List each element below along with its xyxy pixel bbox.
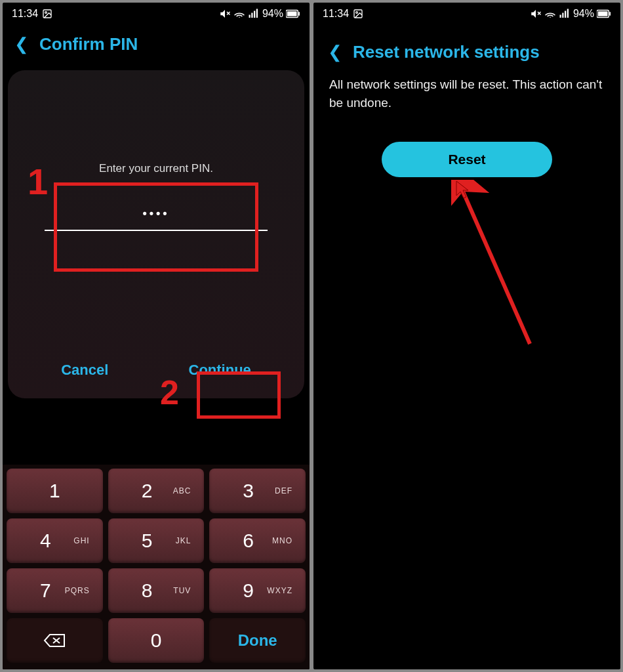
keypad-2[interactable]: 2ABC: [108, 469, 205, 513]
header: ❮ Reset network settings: [313, 22, 620, 75]
svg-rect-34: [609, 12, 611, 16]
keypad-5[interactable]: 5JKL: [108, 518, 205, 563]
keypad-0[interactable]: 0: [108, 618, 205, 663]
battery-icon: [286, 9, 300, 18]
wifi-icon: [544, 8, 556, 20]
svg-rect-28: [559, 15, 561, 18]
picture-icon: [42, 9, 52, 19]
pin-panel: Enter your current PIN. •••• Cancel Cont…: [8, 70, 304, 398]
back-icon[interactable]: ❮: [328, 42, 342, 62]
wifi-icon: [233, 8, 245, 20]
status-time: 11:34: [323, 8, 349, 20]
signal-icon: [559, 8, 571, 20]
pin-value: ••••: [45, 207, 268, 220]
mute-icon: [530, 8, 542, 20]
picture-icon: [353, 9, 363, 19]
keypad-9[interactable]: 9WXYZ: [209, 568, 306, 613]
reset-description: All network settings will be reset. This…: [313, 75, 620, 112]
svg-rect-10: [298, 12, 300, 16]
cursor-icon: [455, 180, 471, 200]
svg-point-25: [356, 12, 358, 14]
annotation-2: 2: [160, 373, 179, 412]
keypad-1[interactable]: 1: [7, 469, 103, 513]
keypad-7[interactable]: 7PQRS: [7, 568, 103, 613]
keypad-3[interactable]: 3DEF: [209, 469, 306, 513]
svg-rect-7: [256, 9, 258, 18]
svg-point-1: [45, 12, 47, 14]
continue-button[interactable]: Continue: [176, 358, 264, 383]
status-bar: 11:34 94%: [3, 3, 310, 22]
pin-underline[interactable]: [45, 230, 268, 231]
svg-line-35: [463, 192, 530, 344]
keypad-4[interactable]: 4GHI: [7, 518, 103, 563]
cancel-button[interactable]: Cancel: [48, 358, 121, 383]
keypad-6[interactable]: 6MNO: [209, 518, 306, 563]
backspace-key[interactable]: [7, 618, 103, 663]
svg-rect-6: [254, 11, 255, 18]
keypad-wrap: 12ABC3DEF4GHI5JKL6MNO7PQRS8TUV9WXYZ0Done: [3, 644, 310, 669]
mute-icon: [219, 8, 231, 20]
svg-rect-31: [567, 9, 569, 18]
screen-reset-network: 11:34 94% ❮ Reset network settings All n…: [313, 3, 620, 669]
header: ❮ Confirm PIN: [3, 22, 310, 70]
screen-confirm-pin: 11:34 94% ❮ Confirm PIN Enter your curre…: [3, 3, 310, 669]
annotation-1: 1: [28, 160, 48, 203]
reset-button[interactable]: Reset: [382, 142, 552, 177]
svg-rect-29: [562, 13, 563, 18]
status-battery-pct: 94%: [573, 8, 594, 20]
svg-rect-4: [249, 15, 250, 18]
svg-rect-9: [287, 11, 297, 16]
keypad: 12ABC3DEF4GHI5JKL6MNO7PQRS8TUV9WXYZ0Done: [3, 465, 310, 669]
svg-rect-5: [251, 13, 252, 18]
svg-rect-30: [565, 11, 566, 18]
back-icon[interactable]: ❮: [14, 34, 29, 54]
annotation-arrow: [451, 180, 543, 350]
status-time: 11:34: [12, 8, 38, 20]
done-key[interactable]: Done: [209, 618, 306, 663]
signal-icon: [248, 8, 260, 20]
page-title: Reset network settings: [353, 42, 540, 62]
page-title: Confirm PIN: [39, 34, 138, 54]
battery-icon: [597, 9, 611, 18]
svg-rect-33: [598, 11, 608, 16]
pin-prompt: Enter your current PIN.: [45, 162, 268, 175]
status-battery-pct: 94%: [262, 8, 283, 20]
keypad-8[interactable]: 8TUV: [108, 568, 205, 613]
status-bar: 11:34 94%: [313, 3, 620, 22]
